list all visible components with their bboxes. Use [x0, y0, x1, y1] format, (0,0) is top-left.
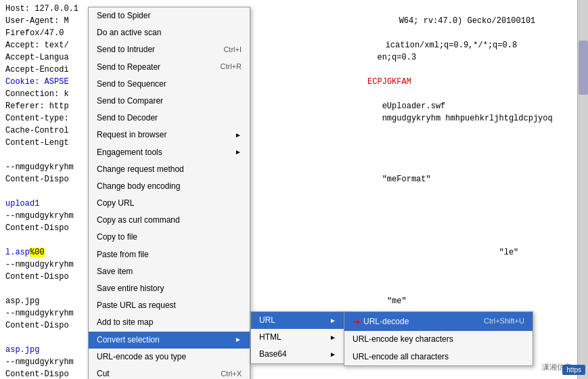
- menu-item-copy-url[interactable]: Copy URL: [89, 195, 250, 212]
- menu-item-active-scan[interactable]: Do an active scan: [89, 24, 250, 41]
- menu-item-url-encode-all[interactable]: URL-encode all characters: [344, 349, 533, 365]
- menu-item-url-decode[interactable]: ➔ URL-decode Ctrl+Shift+U: [344, 312, 533, 331]
- arrow-icon: ►: [330, 332, 336, 343]
- menu-item-add-sitemap[interactable]: Add to site map: [89, 314, 250, 331]
- shortcut-repeater: Ctrl+R: [221, 61, 242, 73]
- arrow-icon: ►: [235, 130, 242, 141]
- menu-item-url-encode-type[interactable]: URL-encode as you type: [89, 349, 250, 365]
- shortcut-intruder: Ctrl+I: [223, 44, 242, 56]
- context-menu: Send to Spider Do an active scan Send to…: [88, 7, 250, 379]
- menu-item-send-decoder[interactable]: Send to Decoder: [89, 110, 250, 127]
- arrow-icon: ►: [235, 147, 242, 158]
- arrow-icon: ►: [330, 315, 336, 326]
- menu-item-send-repeater[interactable]: Send to Repeater Ctrl+R: [89, 59, 250, 76]
- menu-item-copy-curl[interactable]: Copy as curl command: [89, 212, 250, 229]
- menu-item-change-body[interactable]: Change body encoding: [89, 178, 250, 195]
- menu-item-paste-file[interactable]: Paste from file: [89, 246, 250, 263]
- arrow-icon: ►: [235, 334, 242, 345]
- menu-item-save-item[interactable]: Save item: [89, 263, 250, 280]
- menu-item-request-browser[interactable]: Request in browser ►: [89, 127, 250, 143]
- menu-item-engagement-tools[interactable]: Engagement tools ►: [89, 144, 250, 161]
- red-arrow-icon: ➔: [353, 314, 361, 329]
- menu-item-cut[interactable]: Cut Ctrl+X: [89, 365, 250, 379]
- submenu-url[interactable]: URL ►: [251, 312, 344, 329]
- menu-item-url-encode-key[interactable]: URL-encode key characters: [344, 331, 533, 348]
- menu-item-send-sequencer[interactable]: Send to Sequencer: [89, 76, 250, 93]
- menu-item-change-request[interactable]: Change request method: [89, 161, 250, 178]
- menu-item-send-comparer[interactable]: Send to Comparer: [89, 93, 250, 110]
- shortcut-url-decode: Ctrl+Shift+U: [484, 315, 524, 328]
- url-submenu: ➔ URL-decode Ctrl+Shift+U URL-encode key…: [344, 311, 533, 366]
- arrow-icon: ►: [330, 349, 336, 360]
- menu-item-copy-file[interactable]: Copy to file: [89, 229, 250, 246]
- submenu-html[interactable]: HTML ►: [251, 329, 344, 346]
- shortcut-cut: Ctrl+X: [221, 368, 242, 379]
- menu-item-convert-selection[interactable]: Convert selection ►: [89, 332, 250, 349]
- menu-item-paste-url[interactable]: Paste URL as request: [89, 297, 250, 314]
- convert-submenu: URL ► HTML ► Base64 ►: [250, 311, 345, 364]
- scrollbar[interactable]: [577, 0, 588, 379]
- logo-badge: https: [562, 365, 585, 375]
- submenu-base64[interactable]: Base64 ►: [251, 346, 344, 363]
- menu-item-save-history[interactable]: Save entire history: [89, 280, 250, 297]
- menu-item-send-intruder[interactable]: Send to Intruder Ctrl+I: [89, 41, 250, 58]
- menu-item-send-spider[interactable]: Send to Spider: [89, 7, 250, 24]
- scrollbar-thumb[interactable]: [579, 41, 588, 95]
